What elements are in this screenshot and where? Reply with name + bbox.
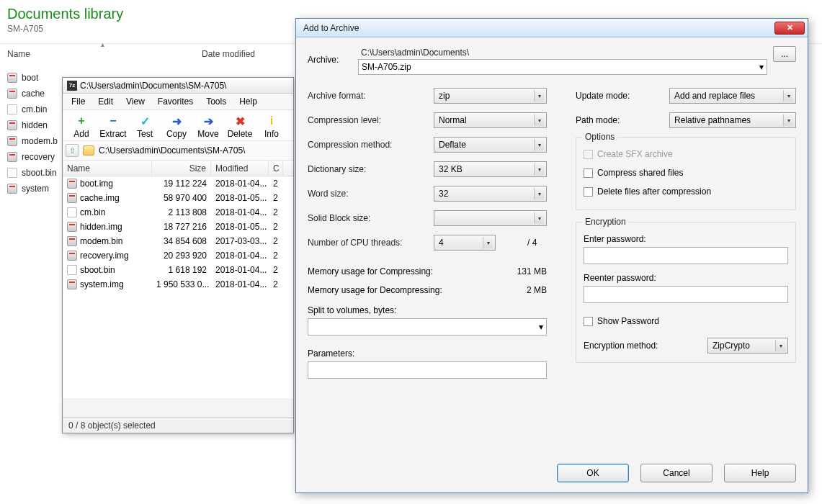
disk-icon (67, 222, 77, 232)
copy-button[interactable]: ➜Copy (161, 114, 192, 139)
list-item[interactable]: hidden.img18 727 2162018-01-05...2 (63, 220, 293, 234)
list-item[interactable]: boot.img19 112 2242018-01-04...2 (63, 176, 293, 191)
file-icon (7, 104, 17, 114)
format-select[interactable]: zip▾ (434, 88, 547, 104)
list-item[interactable]: cm.bin2 113 8082018-01-04...2 (63, 205, 293, 220)
delete-checkbox[interactable]: Delete files after compression (584, 182, 788, 201)
threads-label: Number of CPU threads: (308, 238, 434, 248)
archive-label: Archive: (308, 46, 358, 65)
sevenzip-file-list[interactable]: Name Size Modified C boot.img19 112 2242… (63, 161, 293, 398)
dialog-title-text: Add to Archive (303, 23, 359, 33)
col-modified[interactable]: Modified (211, 161, 269, 176)
sevenzip-window: 7z C:\Users\admin\Documents\SM-A705\ Fil… (62, 77, 294, 433)
menu-favorites[interactable]: Favorites (152, 95, 199, 108)
chevron-down-icon: ▾ (539, 322, 543, 332)
dialog-titlebar[interactable]: Add to Archive ✕ (296, 19, 808, 37)
library-header: Documents library SM-A705 (7, 6, 123, 34)
tree-item[interactable]: recovery (7, 149, 58, 165)
param-input[interactable] (308, 361, 547, 379)
pathmode-label: Path mode: (576, 115, 669, 125)
archive-name-combo[interactable]: SM-A705.zip ▾ (358, 59, 767, 75)
dict-select[interactable]: 32 KB▾ (434, 161, 547, 177)
archive-path: C:\Users\admin\Documents\ (358, 46, 767, 59)
sevenzip-titlebar[interactable]: 7z C:\Users\admin\Documents\SM-A705\ (63, 78, 293, 94)
file-icon (67, 265, 77, 275)
sort-caret-icon: ▴ (101, 40, 104, 48)
tree-item[interactable]: boot (7, 70, 58, 86)
password-input[interactable] (584, 247, 788, 264)
word-label: Word size: (308, 189, 434, 199)
tree-item[interactable]: modem.b (7, 133, 58, 149)
update-select[interactable]: Add and replace files▾ (669, 88, 796, 104)
ok-button[interactable]: OK (557, 464, 629, 482)
add-button[interactable]: +Add (66, 114, 97, 139)
address-text[interactable]: C:\Users\admin\Documents\SM-A705\ (99, 145, 245, 156)
encryption-title: Encryption (582, 217, 629, 227)
threads-select[interactable]: 4▾ (434, 235, 496, 251)
explorer-file-list[interactable]: bootcachecm.binhiddenmodem.brecoverysboo… (7, 70, 58, 197)
showpwd-checkbox[interactable]: Show Password (584, 312, 788, 330)
format-label: Archive format: (308, 91, 434, 101)
chevron-down-icon: ▾ (534, 188, 544, 199)
list-item[interactable]: recovery.img20 293 9202018-01-04...2 (63, 248, 293, 263)
dict-label: Dictionary size: (308, 164, 434, 174)
word-select[interactable]: 32▾ (434, 186, 547, 202)
pathmode-select[interactable]: Relative pathnames▾ (669, 112, 796, 128)
explorer-columns[interactable]: Name Date modified (7, 49, 303, 59)
close-button[interactable]: ✕ (774, 22, 805, 35)
list-item[interactable]: system.img1 950 533 0...2018-01-04...2 (63, 277, 293, 292)
menu-edit[interactable]: Edit (92, 95, 119, 108)
encm-select[interactable]: ZipCrypto▾ (707, 338, 788, 354)
solid-select[interactable]: ▾ (434, 210, 547, 226)
add-icon: + (74, 114, 89, 127)
method-select[interactable]: Deflate▾ (434, 137, 547, 153)
move-button[interactable]: ➔Move (192, 114, 224, 139)
up-button[interactable]: ⇧ (66, 144, 79, 157)
file-icon (7, 168, 17, 178)
tree-item[interactable]: cache (7, 86, 58, 102)
tree-item[interactable]: sboot.bin (7, 165, 58, 181)
level-select[interactable]: Normal▾ (434, 112, 547, 128)
delete-button[interactable]: ✖Delete (224, 114, 256, 139)
info-button[interactable]: iInfo (256, 114, 287, 139)
col-date[interactable]: Date modified (202, 49, 303, 59)
sevenzip-statusbar: 0 / 8 object(s) selected (63, 417, 293, 433)
col-extra[interactable]: C (269, 161, 283, 176)
list-item[interactable]: cache.img58 970 4002018-01-05...2 (63, 191, 293, 205)
help-button[interactable]: Help (724, 464, 796, 482)
list-item[interactable]: modem.bin34 854 6082017-03-03...2 (63, 234, 293, 248)
disk-icon (7, 73, 17, 83)
param-label: Parameters: (308, 348, 547, 359)
sfx-checkbox: Create SFX archive (584, 145, 788, 163)
sevenzip-menubar[interactable]: FileEditViewFavoritesToolsHelp (63, 94, 293, 110)
col-name[interactable]: Name (63, 161, 152, 176)
info-icon: i (264, 114, 279, 127)
cancel-button[interactable]: Cancel (640, 464, 712, 482)
encm-label: Encryption method: (584, 341, 658, 351)
menu-tools[interactable]: Tools (200, 95, 232, 108)
file-icon (67, 207, 77, 217)
chevron-down-icon: ▾ (775, 340, 785, 351)
shared-checkbox[interactable]: Compress shared files (584, 163, 788, 182)
menu-file[interactable]: File (66, 95, 91, 108)
chevron-down-icon: ▾ (783, 114, 793, 126)
tree-item[interactable]: hidden (7, 117, 58, 133)
col-size[interactable]: Size (152, 161, 211, 176)
solid-label: Solid Block size: (308, 213, 434, 223)
test-icon: ✓ (138, 114, 152, 127)
extract-button[interactable]: −Extract (97, 114, 129, 139)
test-button[interactable]: ✓Test (129, 114, 161, 139)
tree-item[interactable]: system (7, 181, 58, 197)
extract-icon: − (106, 114, 120, 127)
tree-item[interactable]: cm.bin (7, 102, 58, 117)
memc-value: 131 MB (517, 266, 547, 276)
browse-button[interactable]: ... (773, 46, 796, 62)
split-combo[interactable]: ▾ (308, 318, 547, 336)
password-reenter-input[interactable] (584, 286, 788, 303)
list-header[interactable]: Name Size Modified C (63, 161, 293, 176)
col-name[interactable]: Name (7, 49, 202, 59)
chevron-down-icon: ▾ (534, 163, 544, 175)
menu-view[interactable]: View (120, 95, 151, 108)
menu-help[interactable]: Help (233, 95, 263, 108)
list-item[interactable]: sboot.bin1 618 1922018-01-04...2 (63, 263, 293, 277)
